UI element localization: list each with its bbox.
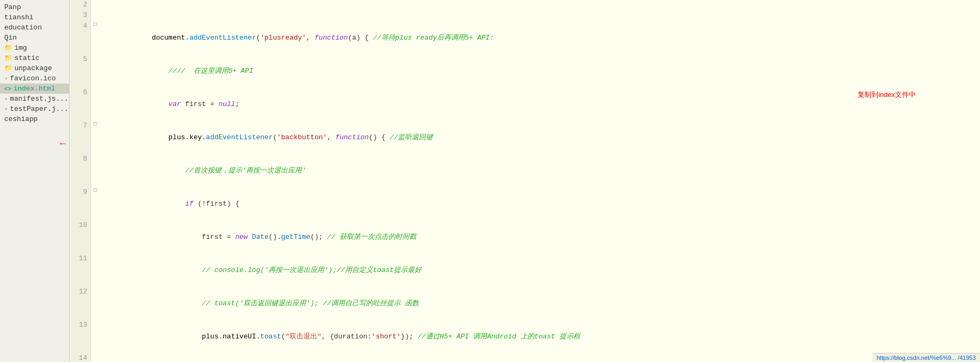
sidebar-label: Panp bbox=[4, 3, 21, 11]
sidebar-item-static[interactable]: 📁 static bbox=[0, 53, 69, 63]
folder-icon: 📁 bbox=[4, 54, 12, 62]
sidebar-item-img[interactable]: 📁 img bbox=[0, 43, 69, 53]
code-line-3: 3 bbox=[70, 11, 980, 21]
code-content: setTimeout(function() { bbox=[99, 353, 980, 362]
code-content: //// 在这里调用5+ API bbox=[99, 55, 980, 88]
sidebar-label: static bbox=[14, 54, 40, 62]
fold-indicator[interactable]: □ bbox=[91, 187, 99, 221]
sidebar-label: education bbox=[4, 24, 42, 32]
annotation-text: 复制到index文件中 bbox=[858, 90, 916, 100]
code-content: plus.nativeUI.toast("双击退出", {duration:'s… bbox=[99, 320, 980, 353]
line-number: 4 bbox=[70, 21, 91, 55]
line-number: 7 bbox=[70, 121, 91, 154]
code-line-9: 9 □ if (!first) { bbox=[70, 187, 980, 221]
folder-icon: 📁 bbox=[4, 44, 12, 52]
file-icon: ▪ bbox=[4, 76, 8, 82]
fold-indicator[interactable] bbox=[91, 254, 99, 287]
line-number: 8 bbox=[70, 154, 91, 187]
code-content: var first = null; bbox=[99, 88, 980, 121]
code-line-4: 4 □ document.addEventListener('plusready… bbox=[70, 21, 980, 55]
fold-indicator[interactable] bbox=[91, 154, 99, 187]
fold-indicator[interactable] bbox=[91, 88, 99, 121]
sidebar-label: tianshi bbox=[4, 13, 34, 21]
code-line-10: 10 first = new Date().getTime(); // 获取第一… bbox=[70, 221, 980, 254]
code-line-14: 14 setTimeout(function() { bbox=[70, 353, 980, 362]
sidebar-item-testpaper[interactable]: ▪ testPaper.j... bbox=[0, 104, 69, 114]
folder-icon: 📁 bbox=[4, 64, 12, 72]
sidebar-item-qin[interactable]: Qin bbox=[0, 33, 69, 43]
file-icon: ▪ bbox=[4, 106, 8, 112]
code-content: if (!first) { bbox=[99, 187, 980, 221]
sidebar-label: unpackage bbox=[14, 64, 52, 72]
fold-indicator[interactable] bbox=[91, 287, 99, 320]
arrow-indicator: ← bbox=[60, 138, 66, 149]
sidebar-label: ceshiapp bbox=[4, 115, 37, 123]
line-number: 9 bbox=[70, 187, 91, 221]
line-number: 14 bbox=[70, 353, 91, 362]
fold-indicator[interactable]: □ bbox=[91, 21, 99, 55]
sidebar-item-unpackage[interactable]: 📁 unpackage bbox=[0, 63, 69, 73]
sidebar-item-index-html[interactable]: <> index.html bbox=[0, 84, 69, 94]
sidebar-label: img bbox=[14, 44, 27, 52]
sidebar-item-favicon[interactable]: ▪ favicon.ico bbox=[0, 73, 69, 84]
code-content bbox=[99, 11, 980, 21]
code-line-2: 2 bbox=[70, 0, 980, 11]
sidebar-label: index.html bbox=[13, 85, 55, 93]
fold-indicator[interactable] bbox=[91, 11, 99, 21]
fold-indicator[interactable]: □ bbox=[91, 121, 99, 154]
line-number: 2 bbox=[70, 0, 91, 11]
code-line-11: 11 // console.log('再按一次退出应用');//用自定义toas… bbox=[70, 254, 980, 287]
line-number: 12 bbox=[70, 287, 91, 320]
fold-indicator[interactable] bbox=[91, 320, 99, 353]
sidebar-item-education[interactable]: education bbox=[0, 22, 69, 33]
code-line-7: 7 □ plus.key.addEventListener('backbutto… bbox=[70, 121, 980, 154]
line-number: 3 bbox=[70, 11, 91, 21]
code-content: // toast('双击返回键退出应用'); //调用自己写的吐丝提示 函数 bbox=[99, 287, 980, 320]
code-editor[interactable]: 复制到index文件中 2 3 4 □ document.addEventLis… bbox=[70, 0, 980, 362]
line-number: 10 bbox=[70, 221, 91, 254]
line-number: 5 bbox=[70, 55, 91, 88]
line-number: 6 bbox=[70, 88, 91, 121]
sidebar-item-manifest[interactable]: ▪ manifest.js... bbox=[0, 94, 69, 104]
code-content: document.addEventListener('plusready', f… bbox=[99, 21, 980, 55]
line-number: 13 bbox=[70, 320, 91, 353]
code-line-5: 5 //// 在这里调用5+ API bbox=[70, 55, 980, 88]
code-content: first = new Date().getTime(); // 获取第一次点击… bbox=[99, 221, 980, 254]
code-content bbox=[99, 0, 980, 11]
fold-indicator[interactable] bbox=[91, 221, 99, 254]
code-line-6: 6 var first = null; bbox=[70, 88, 980, 121]
code-line-8: 8 //首次按键，提示'再按一次退出应用' bbox=[70, 154, 980, 187]
sidebar-item-ceshiapp[interactable]: ceshiapp bbox=[0, 114, 69, 124]
fold-indicator[interactable] bbox=[91, 55, 99, 88]
code-content: //首次按键，提示'再按一次退出应用' bbox=[99, 154, 980, 187]
sidebar: Panp tianshi education Qin 📁 img 📁 stati… bbox=[0, 0, 70, 362]
code-content: // console.log('再按一次退出应用');//用自定义toast提示… bbox=[99, 254, 980, 287]
line-number: 11 bbox=[70, 254, 91, 287]
sidebar-item-tianshi[interactable]: tianshi bbox=[0, 12, 69, 22]
sidebar-label: testPaper.j... bbox=[10, 105, 68, 113]
fold-indicator[interactable] bbox=[91, 353, 99, 362]
fold-indicator[interactable] bbox=[91, 0, 99, 11]
statusbar: https://blog.csdn.net/%e6%9... /41953 bbox=[872, 353, 980, 362]
sidebar-label: Qin bbox=[4, 34, 17, 42]
file-icon: ▪ bbox=[4, 96, 8, 102]
sidebar-item-panp[interactable]: Panp bbox=[0, 2, 69, 12]
html-icon: <> bbox=[4, 86, 11, 92]
code-line-12: 12 // toast('双击返回键退出应用'); //调用自己写的吐丝提示 函… bbox=[70, 287, 980, 320]
sidebar-label: favicon.ico bbox=[10, 74, 56, 82]
sidebar-label: manifest.js... bbox=[10, 95, 68, 103]
code-content: plus.key.addEventListener('backbutton', … bbox=[99, 121, 980, 154]
code-line-13: 13 plus.nativeUI.toast("双击退出", {duration… bbox=[70, 320, 980, 353]
